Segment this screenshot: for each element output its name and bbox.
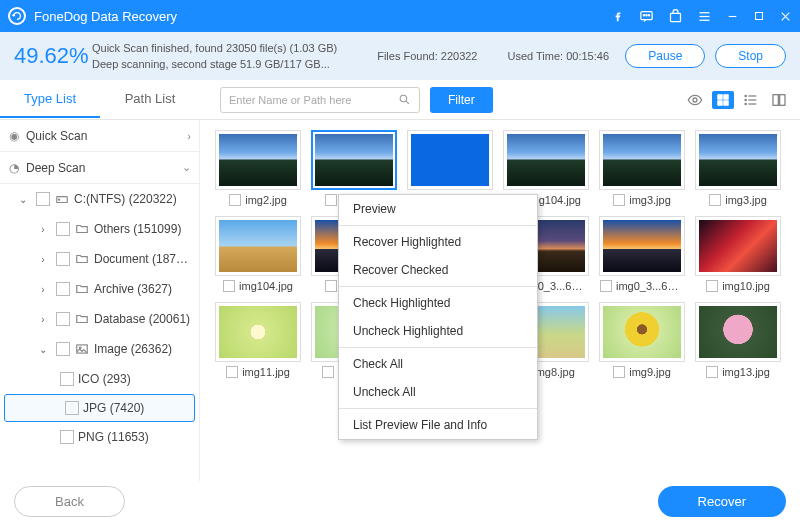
sidebar-png[interactable]: PNG (11653) (0, 422, 199, 452)
collapse-icon[interactable]: ⌄ (14, 194, 32, 205)
sidebar-database[interactable]: › Database (20061) (0, 304, 199, 334)
sidebar-document[interactable]: › Document (18704) (0, 244, 199, 274)
thumbnail-filename: img3.jpg (725, 194, 767, 206)
preview-eye-icon[interactable] (684, 91, 706, 109)
context-recover-checked[interactable]: Recover Checked (339, 256, 537, 284)
search-box[interactable] (220, 87, 420, 113)
thumbnail-item[interactable]: img104.jpg (214, 216, 302, 292)
checkbox[interactable] (56, 252, 70, 266)
back-button[interactable]: Back (14, 486, 125, 517)
checkbox[interactable] (600, 280, 612, 292)
checkbox[interactable] (36, 192, 50, 206)
thumbnail-image[interactable] (215, 130, 301, 190)
maximize-button[interactable] (753, 10, 765, 22)
tab-path-list[interactable]: Path List (100, 81, 200, 118)
thumbnail-image[interactable] (695, 302, 781, 362)
feedback-icon[interactable] (639, 9, 654, 24)
thumbnail-image[interactable] (503, 130, 589, 190)
view-detail-icon[interactable] (768, 91, 790, 109)
filter-button[interactable]: Filter (430, 87, 493, 113)
chevron-right-icon: › (187, 130, 191, 142)
expand-icon[interactable]: › (34, 224, 52, 235)
checkbox[interactable] (60, 430, 74, 444)
svg-point-14 (693, 98, 697, 102)
checkbox[interactable] (223, 280, 235, 292)
close-button[interactable] (779, 10, 792, 23)
checkbox[interactable] (56, 282, 70, 296)
thumbnail-image[interactable] (599, 216, 685, 276)
recover-button[interactable]: Recover (658, 486, 786, 517)
view-grid-icon[interactable] (712, 91, 734, 109)
thumbnail-image[interactable] (215, 302, 301, 362)
sidebar-drive[interactable]: ⌄ C:(NTFS) (220322) (0, 184, 199, 214)
thumbnail-item[interactable]: img11.jpg (214, 302, 302, 378)
tab-type-list[interactable]: Type List (0, 81, 100, 118)
thumbnail-item[interactable]: img2.jpg (214, 130, 302, 206)
checkbox[interactable] (65, 401, 79, 415)
sidebar-quick-scan[interactable]: ◉ Quick Scan › (0, 120, 199, 152)
sidebar-archive[interactable]: › Archive (3627) (0, 274, 199, 304)
thumbnail-filename: img3.jpg (629, 194, 671, 206)
thumbnail-image[interactable] (695, 216, 781, 276)
thumbnail-image[interactable] (599, 130, 685, 190)
sidebar-deep-scan[interactable]: ◔ Deep Scan ⌄ (0, 152, 199, 184)
thumbnail-image[interactable] (215, 216, 301, 276)
checkbox[interactable] (56, 342, 70, 356)
context-list-info[interactable]: List Preview File and Info (339, 411, 537, 439)
stop-button[interactable]: Stop (715, 44, 786, 68)
checkbox[interactable] (613, 194, 625, 206)
pause-button[interactable]: Pause (625, 44, 705, 68)
thumbnail-item[interactable]: img13.jpg (694, 302, 782, 378)
thumbnail-filename: img104.jpg (239, 280, 293, 292)
thumbnail-item[interactable]: img10.jpg (694, 216, 782, 292)
thumbnail-grid: img2.jpgimg1.jpgimg7.jpgimg104.jpgimg3.j… (200, 120, 800, 481)
scan-line1: Quick Scan finished, found 23050 file(s)… (92, 40, 337, 57)
thumbnail-image[interactable] (695, 130, 781, 190)
checkbox[interactable] (709, 194, 721, 206)
checkbox[interactable] (325, 280, 337, 292)
context-uncheck-highlighted[interactable]: Uncheck Highlighted (339, 317, 537, 345)
context-recover-highlighted[interactable]: Recover Highlighted (339, 228, 537, 256)
svg-rect-17 (718, 100, 723, 105)
expand-icon[interactable]: › (34, 254, 52, 265)
sidebar-others[interactable]: › Others (151099) (0, 214, 199, 244)
thumbnail-item[interactable]: img9.jpg (598, 302, 686, 378)
minimize-button[interactable] (726, 10, 739, 23)
sidebar-jpg[interactable]: JPG (7420) (4, 394, 195, 422)
used-time: Used Time: 00:15:46 (508, 50, 610, 62)
svg-rect-4 (671, 13, 681, 21)
context-check-highlighted[interactable]: Check Highlighted (339, 289, 537, 317)
checkbox[interactable] (613, 366, 625, 378)
context-preview[interactable]: Preview (339, 195, 537, 223)
checkbox[interactable] (706, 366, 718, 378)
expand-icon[interactable]: › (34, 314, 52, 325)
checkbox[interactable] (325, 194, 337, 206)
sidebar-image[interactable]: ⌄ Image (26362) (0, 334, 199, 364)
facebook-icon[interactable] (611, 9, 625, 23)
expand-icon[interactable]: › (34, 284, 52, 295)
svg-point-12 (400, 95, 407, 102)
checkbox[interactable] (226, 366, 238, 378)
thumbnail-image[interactable] (407, 130, 493, 190)
context-check-all[interactable]: Check All (339, 350, 537, 378)
checkbox[interactable] (60, 372, 74, 386)
thumbnail-filename: img0_3...60.jpg (616, 280, 684, 292)
checkbox[interactable] (229, 194, 241, 206)
folder-icon (74, 312, 90, 326)
search-input[interactable] (229, 94, 398, 106)
sidebar-ico[interactable]: ICO (293) (0, 364, 199, 394)
checkbox[interactable] (56, 222, 70, 236)
cart-icon[interactable] (668, 9, 683, 24)
checkbox[interactable] (322, 366, 334, 378)
context-uncheck-all[interactable]: Uncheck All (339, 378, 537, 406)
thumbnail-item[interactable]: img3.jpg (598, 130, 686, 206)
thumbnail-image[interactable] (599, 302, 685, 362)
collapse-icon[interactable]: ⌄ (34, 344, 52, 355)
checkbox[interactable] (56, 312, 70, 326)
thumbnail-item[interactable]: img3.jpg (694, 130, 782, 206)
thumbnail-image[interactable] (311, 130, 397, 190)
menu-icon[interactable] (697, 9, 712, 24)
view-list-icon[interactable] (740, 91, 762, 109)
thumbnail-item[interactable]: img0_3...60.jpg (598, 216, 686, 292)
checkbox[interactable] (706, 280, 718, 292)
